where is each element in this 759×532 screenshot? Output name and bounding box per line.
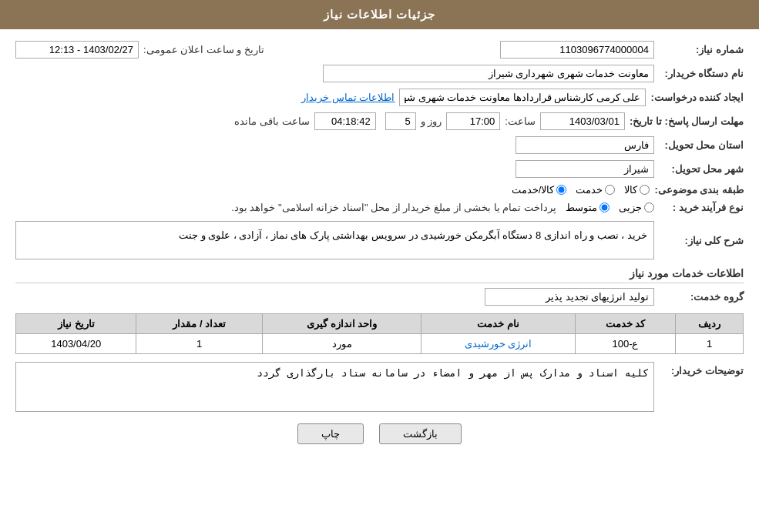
purchase-notice: پرداخت تمام یا بخشی از مبلغ خریدار از مح… xyxy=(231,202,556,213)
col-header-qty: تعداد / مقدار xyxy=(136,314,263,334)
buyer-note-label: توضیحات خریدار: xyxy=(659,362,744,376)
category-kala-label: کالا xyxy=(624,184,637,196)
group-service-row: گروه خدمت: xyxy=(15,288,744,306)
table-header-row: ردیف کد خدمت نام خدمت واحد اندازه گیری ت… xyxy=(16,314,744,334)
category-radio-group: کالا خدمت کالا/خدمت xyxy=(512,184,650,196)
description-box: خرید ، نصب و راه اندازی 8 دستگاه آبگرمکن… xyxy=(15,221,654,259)
purchase-jozei-radio[interactable] xyxy=(644,202,654,212)
creator-input[interactable] xyxy=(399,89,646,106)
description-label: شرح کلی نیاز: xyxy=(659,235,744,246)
category-khedmat-label: خدمت xyxy=(576,184,603,196)
ann-datetime-label: تاریخ و ساعت اعلان عمومی: xyxy=(143,44,264,55)
col-header-unit: واحد اندازه گیری xyxy=(263,314,421,334)
purchase-motavasset-radio[interactable] xyxy=(599,202,610,212)
category-kala-khedmat-radio[interactable] xyxy=(556,185,566,195)
buyer-org-row: نام دستگاه خریدار: xyxy=(15,65,744,82)
deadline-time-label: ساعت: xyxy=(505,115,536,127)
cell-name: انرژی خورشیدی xyxy=(421,334,575,354)
contact-link[interactable]: اطلاعات تماس خریدار xyxy=(301,92,395,103)
deadline-time-input[interactable] xyxy=(446,112,500,130)
province-row: استان محل تحویل: xyxy=(15,136,744,154)
services-table: ردیف کد خدمت نام خدمت واحد اندازه گیری ت… xyxy=(15,313,744,354)
group-service-label: گروه خدمت: xyxy=(659,291,744,303)
col-header-name: نام خدمت xyxy=(421,314,575,334)
city-input[interactable] xyxy=(516,160,654,178)
need-number-input[interactable] xyxy=(500,41,654,59)
ann-datetime-input[interactable] xyxy=(15,41,139,59)
deadline-row: مهلت ارسال پاسخ: تا تاریخ: ساعت: روز و س… xyxy=(15,112,744,130)
purchase-type-row: نوع فرآیند خرید : جزیی متوسط پرداخت تمام… xyxy=(15,202,744,213)
purchase-motavasset-item: متوسط xyxy=(566,202,610,213)
purchase-motavasset-label: متوسط xyxy=(566,202,597,213)
table-row: 1 ع-100 انرژی خورشیدی مورد 1 1403/04/20 xyxy=(16,334,744,354)
services-table-section: ردیف کد خدمت نام خدمت واحد اندازه گیری ت… xyxy=(15,313,744,354)
col-header-code: کد خدمت xyxy=(575,314,676,334)
need-number-label: شماره نیاز: xyxy=(659,44,744,55)
category-khedmat-radio[interactable] xyxy=(605,185,615,195)
deadline-date-input[interactable] xyxy=(540,112,625,130)
category-kala-khedmat-label: کالا/خدمت xyxy=(512,184,555,196)
category-row: طبقه بندی موضوعی: کالا خدمت کالا/خدمت xyxy=(15,184,744,196)
group-service-input[interactable] xyxy=(485,288,654,306)
city-row: شهر محل تحویل: xyxy=(15,160,744,178)
province-input[interactable] xyxy=(516,136,654,154)
description-row: شرح کلی نیاز: خرید ، نصب و راه اندازی 8 … xyxy=(15,221,744,259)
deadline-remaining-label: ساعت باقی مانده xyxy=(234,115,309,127)
category-kala-radio[interactable] xyxy=(640,185,650,195)
purchase-type-label: نوع فرآیند خرید : xyxy=(659,202,744,213)
category-khedmat-item: خدمت xyxy=(576,184,615,196)
buyer-note-row: توضیحات خریدار: کلیه اسناد و مدارک پس از… xyxy=(15,362,744,412)
deadline-day-label: روز و xyxy=(421,115,442,127)
category-kala-khedmat-item: کالا/خدمت xyxy=(512,184,567,196)
deadline-remaining-input[interactable] xyxy=(314,112,376,130)
purchase-jozei-item: جزیی xyxy=(619,202,654,213)
cell-code: ع-100 xyxy=(575,334,676,354)
deadline-label: مهلت ارسال پاسخ: تا تاریخ: xyxy=(630,115,744,127)
deadline-days-input[interactable] xyxy=(385,112,416,130)
city-label: شهر محل تحویل: xyxy=(659,163,744,175)
buyer-org-input[interactable] xyxy=(323,65,654,82)
need-number-row: شماره نیاز: تاریخ و ساعت اعلان عمومی: xyxy=(15,41,744,59)
purchase-type-radio-group: جزیی متوسط پرداخت تمام یا بخشی از مبلغ خ… xyxy=(231,202,654,213)
back-button[interactable]: بازگشت xyxy=(379,423,462,444)
description-section: شرح کلی نیاز: خرید ، نصب و راه اندازی 8 … xyxy=(15,221,744,259)
buyer-org-label: نام دستگاه خریدار: xyxy=(659,68,744,79)
creator-label: ایجاد کننده درخواست: xyxy=(650,92,744,103)
province-label: استان محل تحویل: xyxy=(659,139,744,151)
print-button[interactable]: چاپ xyxy=(297,423,364,444)
buttons-row: بازگشت چاپ xyxy=(15,423,744,444)
cell-qty: 1 xyxy=(136,334,263,354)
creator-row: ایجاد کننده درخواست: اطلاعات تماس خریدار xyxy=(15,89,744,106)
page-header: جزئیات اطلاعات نیاز xyxy=(0,0,759,29)
category-label: طبقه بندی موضوعی: xyxy=(654,184,744,196)
category-kala-item: کالا xyxy=(624,184,650,196)
cell-row: 1 xyxy=(676,334,744,354)
buyer-note-textarea[interactable]: کلیه اسناد و مدارک پس از مهر و امضاء در … xyxy=(15,362,654,412)
purchase-jozei-label: جزیی xyxy=(619,202,642,213)
col-header-row: ردیف xyxy=(676,314,744,334)
cell-date: 1403/04/20 xyxy=(16,334,136,354)
description-text: خرید ، نصب و راه اندازی 8 دستگاه آبگرمکن… xyxy=(179,229,647,241)
services-section-title: اطلاعات خدمات مورد نیاز xyxy=(15,267,744,283)
page-title: جزئیات اطلاعات نیاز xyxy=(324,8,435,21)
cell-unit: مورد xyxy=(263,334,421,354)
col-header-date: تاریخ نیاز xyxy=(16,314,136,334)
